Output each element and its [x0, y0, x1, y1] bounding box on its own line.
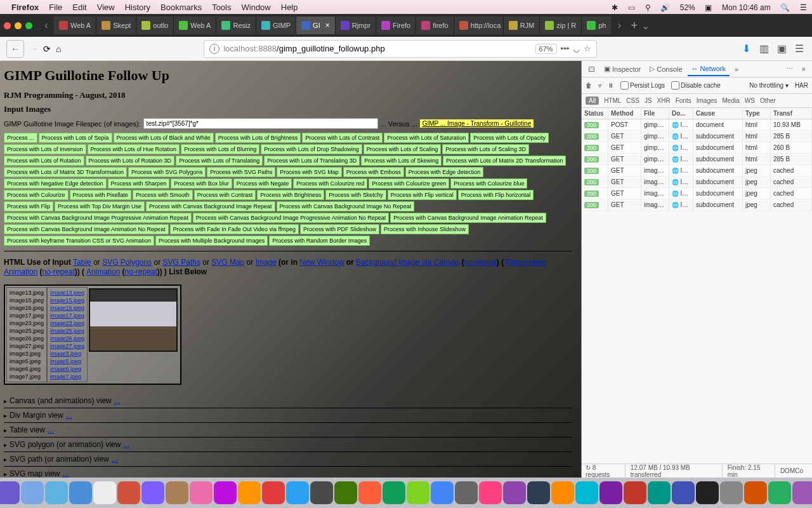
- bookmark-star-icon[interactable]: ☆: [584, 44, 591, 53]
- devtools-settings-icon[interactable]: ⋯: [782, 62, 797, 76]
- process-button[interactable]: Process with Lots of Matrix 2D Transform…: [443, 156, 566, 166]
- process-button[interactable]: Process with Random Border Images: [269, 236, 370, 246]
- browser-tab[interactable]: zip | R: [540, 17, 582, 34]
- library-icon[interactable]: ▥: [757, 43, 770, 55]
- menubar-tools[interactable]: Tools: [212, 3, 231, 12]
- menubar-history[interactable]: History: [125, 3, 150, 12]
- filter-funnel-icon[interactable]: ▿: [598, 82, 601, 89]
- clock-text[interactable]: Mon 10:46 am: [722, 3, 771, 12]
- link-norepeat3[interactable]: no-repeat: [124, 267, 157, 276]
- menubar-app[interactable]: Firefox: [11, 3, 39, 12]
- link-new-window[interactable]: New Window: [299, 258, 344, 267]
- disclosure-row[interactable]: SVG path (or animation) view ...: [4, 452, 572, 467]
- network-row[interactable]: 200GETgimp_g...🌐 loc...subdocumenthtml28…: [582, 154, 812, 165]
- link-bg-canvas[interactable]: Background Image via Canvas: [356, 258, 459, 267]
- process-button[interactable]: Process with Canvas Background Image No …: [277, 201, 415, 211]
- back-button[interactable]: ←: [6, 40, 24, 58]
- link-image[interactable]: Image: [256, 258, 277, 267]
- filter-all[interactable]: All: [586, 97, 599, 105]
- network-row[interactable]: 200GETimage5...🌐 loc...subdocumentjpegca…: [582, 199, 812, 211]
- dock-app-icon[interactable]: [792, 481, 812, 504]
- process-button[interactable]: Process with Canvas Background Image Rep…: [146, 201, 275, 211]
- page-action-icon[interactable]: •••: [561, 44, 570, 53]
- process-button[interactable]: Process with Flip vertical: [388, 190, 457, 200]
- dock-app-icon[interactable]: [21, 481, 44, 504]
- dock-app-icon[interactable]: [527, 481, 550, 504]
- browser-tab[interactable]: http://loca: [454, 17, 504, 34]
- image-link[interactable]: image6.jpeg: [50, 365, 84, 373]
- image-link[interactable]: image17.jpeg: [50, 312, 84, 319]
- dock-app-icon[interactable]: [141, 481, 164, 504]
- dock-app-icon[interactable]: [768, 481, 791, 504]
- dock-app-icon[interactable]: [286, 481, 309, 504]
- dock-app-icon[interactable]: [624, 481, 646, 504]
- new-tab-icon[interactable]: +: [631, 19, 638, 32]
- disclosure-row[interactable]: SVG polygon (or animation) view ...: [4, 438, 572, 452]
- devtools-tab-network[interactable]: ↔Network: [688, 62, 730, 76]
- pause-icon[interactable]: ⏸: [608, 82, 614, 89]
- link-norepeat2[interactable]: no-repeat: [42, 267, 74, 276]
- menubar-file[interactable]: File: [49, 3, 62, 12]
- browser-tab[interactable]: GIMP: [256, 17, 296, 34]
- process-button[interactable]: Process with Lots of Sepia: [39, 133, 112, 143]
- dock-app-icon[interactable]: [407, 481, 429, 504]
- disable-cache-checkbox[interactable]: Disable cache: [671, 81, 721, 90]
- browser-tab[interactable]: ph: [582, 17, 612, 34]
- process-button[interactable]: Process with Edge detection: [405, 167, 484, 177]
- dock-app-icon[interactable]: [358, 481, 381, 504]
- close-tab-icon[interactable]: ×: [325, 21, 330, 30]
- menubar-view[interactable]: View: [97, 3, 115, 12]
- process-button[interactable]: Process with Flip: [4, 201, 53, 211]
- image-link[interactable]: image16.jpeg: [50, 304, 84, 312]
- disclosure-row[interactable]: SVG map view ...: [4, 467, 572, 478]
- process-button[interactable]: Process with keyframe Transition CSS or …: [4, 236, 154, 246]
- dock-app-icon[interactable]: [238, 481, 261, 504]
- process-button[interactable]: Process with Sketchy: [325, 190, 386, 200]
- browser-tab[interactable]: outlo: [136, 17, 174, 34]
- menubar-window[interactable]: Window: [242, 3, 271, 12]
- window-minimize-icon[interactable]: [15, 22, 22, 29]
- dock-app-icon[interactable]: [648, 481, 671, 504]
- process-button[interactable]: Process with Colourize: [4, 190, 69, 200]
- process-button[interactable]: Process with Negative Edge detection: [4, 178, 107, 189]
- persist-logs-checkbox[interactable]: Persist Logs: [620, 81, 665, 90]
- image-link[interactable]: image3.jpeg: [50, 350, 84, 358]
- process-button[interactable]: Process with SVG Paths: [207, 167, 275, 177]
- dock-app-icon[interactable]: [431, 481, 454, 504]
- browser-tab[interactable]: RJM: [504, 17, 540, 34]
- process-button[interactable]: Process with Lots of Opacity: [470, 133, 549, 143]
- trash-icon[interactable]: 🗑: [586, 82, 592, 89]
- process-button[interactable]: Process with SVG Polygons: [128, 167, 206, 177]
- devtools-more-icon[interactable]: »: [731, 63, 742, 76]
- window-close-icon[interactable]: [4, 22, 11, 29]
- process-button[interactable]: Process with Canvas Background Image Pro…: [193, 213, 390, 223]
- dock-app-icon[interactable]: [310, 481, 333, 504]
- process-button[interactable]: Process with Multiple Background Images: [155, 236, 268, 246]
- dock-app-icon[interactable]: [744, 481, 767, 504]
- home-button[interactable]: ⌂: [56, 44, 61, 54]
- dock-app-icon[interactable]: [720, 481, 743, 504]
- filter-media[interactable]: Media: [723, 97, 740, 104]
- image-link[interactable]: image26.jpeg: [50, 335, 84, 342]
- link-animation[interactable]: Animation: [86, 267, 120, 276]
- process-button[interactable]: Process with Lots of Rotation: [4, 156, 84, 166]
- dock-app-icon[interactable]: [93, 481, 116, 504]
- browser-tab[interactable]: Resiz: [216, 17, 256, 34]
- network-row[interactable]: 200GETimage1...🌐 loc...subdocumentjpegca…: [582, 165, 812, 177]
- filter-fonts[interactable]: Fonts: [676, 97, 691, 104]
- battery-icon[interactable]: ▣: [705, 3, 712, 12]
- link-svg-polygons[interactable]: SVG Polygons: [102, 258, 152, 267]
- process-button[interactable]: Process with Top Div Margin Use: [55, 201, 145, 211]
- filter-html[interactable]: HTML: [604, 97, 621, 104]
- dock-app-icon[interactable]: [262, 481, 285, 504]
- filter-css[interactable]: CSS: [626, 97, 639, 104]
- process-button[interactable]: Process with Fade In Fade Out Video via …: [170, 224, 299, 234]
- dock-app-icon[interactable]: [503, 481, 526, 504]
- process-button[interactable]: Process with Lots of Translating: [176, 156, 263, 166]
- process-button[interactable]: Process with Colourize green: [369, 178, 449, 189]
- disclosure-row[interactable]: Canvas (and animations) view ...: [4, 394, 572, 408]
- process-button[interactable]: Process with Inhouse Slideshow: [381, 224, 469, 234]
- process-button[interactable]: Process with Lots of Translating 3D: [264, 156, 360, 166]
- throttle-select[interactable]: No throttling ▾: [749, 82, 789, 89]
- network-row[interactable]: 200GETgimp_g...🌐 loc...subdocumenthtml28…: [582, 131, 812, 142]
